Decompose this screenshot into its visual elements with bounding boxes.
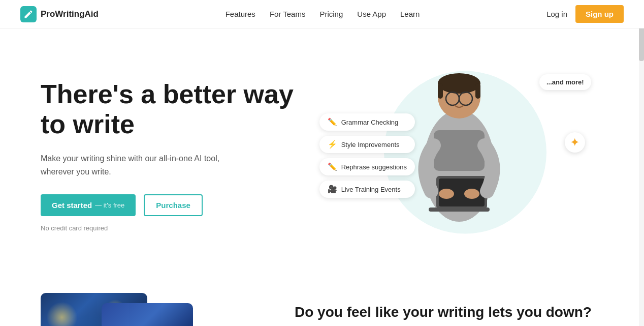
hero-title: There's a better way to write: [41, 79, 295, 140]
svg-rect-9: [434, 130, 485, 171]
feature-pills: ✏️ Grammar Checking ⚡ Style Improvements…: [319, 113, 415, 198]
nav-pricing[interactable]: Pricing: [319, 10, 343, 18]
svg-point-2: [438, 73, 480, 94]
purchase-button[interactable]: Purchase: [144, 194, 203, 216]
get-started-button[interactable]: Get started — it's free: [41, 194, 136, 216]
signup-button[interactable]: Sign up: [575, 5, 624, 23]
svg-rect-4: [475, 83, 480, 99]
style-icon: ⚡: [328, 140, 337, 149]
section2-left: My idea in my head: [41, 293, 254, 326]
hero-left: There's a better way to write Make your …: [41, 79, 295, 232]
feature-pill-rephrase: ✏️ Rephrase suggestions: [319, 158, 415, 175]
logo-icon: [20, 6, 37, 22]
section2-right: Do you feel like your writing lets you d…: [295, 293, 603, 326]
navbar: ProWritingAid Features For Teams Pricing…: [0, 0, 644, 28]
hero-buttons: Get started — it's free Purchase: [41, 194, 295, 216]
grammar-icon: ✏️: [328, 117, 337, 127]
rephrase-label: Rephrase suggestions: [341, 163, 407, 171]
hero-person-illustration: [408, 64, 510, 227]
training-label: Live Training Events: [341, 186, 401, 193]
login-button[interactable]: Log in: [546, 10, 567, 18]
page-scrollbar[interactable]: [639, 0, 644, 326]
nav-actions: Log in Sign up: [546, 5, 624, 23]
feature-pill-training: 🎥 Live Training Events: [319, 181, 415, 198]
hero-right: ✏️ Grammar Checking ⚡ Style Improvements…: [295, 59, 603, 252]
section2: My idea in my head Do you feel like your…: [0, 273, 644, 326]
grammar-label: Grammar Checking: [341, 118, 399, 126]
nav-links: Features For Teams Pricing Use App Learn: [226, 10, 420, 18]
nav-learn[interactable]: Learn: [400, 10, 420, 18]
feature-pill-style: ⚡ Style Improvements: [319, 136, 415, 153]
svg-rect-3: [438, 83, 443, 99]
section2-title: Do you feel like your writing lets you d…: [295, 303, 603, 321]
svg-rect-12: [429, 208, 490, 212]
add-bubble: ✦: [565, 132, 585, 153]
hero-section: There's a better way to write Make your …: [0, 28, 644, 273]
painting-card-blue: [102, 303, 193, 326]
hero-subtitle: Make your writing shine with our all-in-…: [41, 152, 244, 178]
brand-name: ProWritingAid: [41, 9, 99, 19]
nav-use-app[interactable]: Use App: [357, 10, 386, 18]
style-label: Style Improvements: [341, 141, 400, 149]
hero-note: No credit card required: [41, 224, 295, 232]
training-icon: 🎥: [328, 185, 337, 194]
logo-link[interactable]: ProWritingAid: [20, 6, 99, 22]
svg-point-14: [464, 189, 479, 199]
feature-pill-grammar: ✏️ Grammar Checking: [319, 113, 415, 131]
free-label: — it's free: [95, 201, 124, 209]
nav-features[interactable]: Features: [226, 10, 255, 18]
blue-art: [102, 303, 193, 326]
get-started-label: Get started: [52, 201, 92, 210]
svg-point-13: [439, 189, 454, 199]
nav-for-teams[interactable]: For Teams: [270, 10, 306, 18]
and-more-bubble: ...and more!: [539, 74, 591, 90]
rephrase-icon: ✏️: [328, 162, 337, 171]
